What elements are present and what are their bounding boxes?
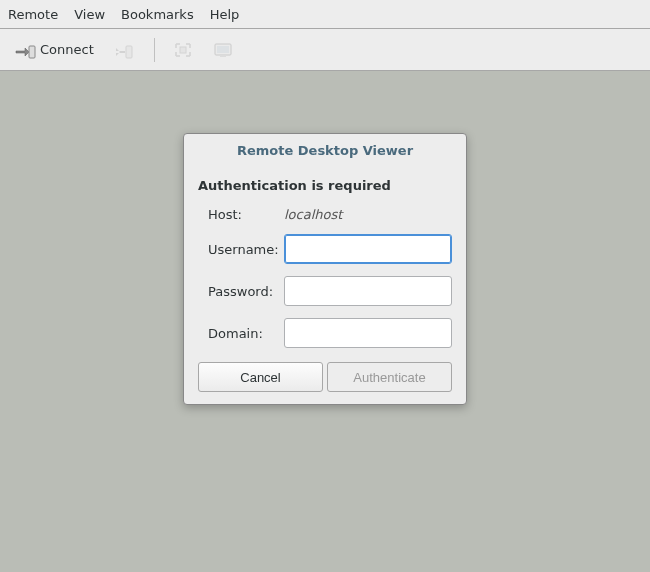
auth-dialog: Remote Desktop Viewer Authentication is … — [183, 133, 467, 405]
app-window: Remote View Bookmarks Help Connect — [0, 0, 650, 572]
disconnect-button — [108, 37, 142, 63]
svg-rect-0 — [29, 46, 35, 58]
toolbar: Connect — [0, 29, 650, 71]
authenticate-button[interactable]: Authenticate — [327, 362, 452, 392]
menu-view[interactable]: View — [74, 7, 105, 22]
connect-button-label: Connect — [40, 42, 94, 57]
username-label: Username: — [198, 242, 274, 257]
dialog-heading: Authentication is required — [198, 172, 452, 207]
toolbar-separator-1 — [154, 38, 155, 62]
screenshot-button — [207, 37, 239, 63]
dialog-title: Remote Desktop Viewer — [184, 134, 466, 166]
domain-field[interactable] — [284, 318, 452, 348]
svg-rect-2 — [180, 47, 186, 53]
fullscreen-button — [167, 37, 199, 63]
menu-help[interactable]: Help — [210, 7, 240, 22]
screenshot-icon — [213, 41, 233, 59]
menu-bookmarks[interactable]: Bookmarks — [121, 7, 194, 22]
menubar: Remote View Bookmarks Help — [0, 0, 650, 29]
connect-button[interactable]: Connect — [8, 37, 100, 63]
fullscreen-icon — [173, 41, 193, 59]
svg-rect-1 — [126, 46, 132, 58]
menu-remote[interactable]: Remote — [8, 7, 58, 22]
host-value: localhost — [284, 207, 452, 222]
host-label: Host: — [198, 207, 274, 222]
domain-label: Domain: — [198, 326, 274, 341]
svg-rect-5 — [220, 55, 226, 57]
password-field[interactable] — [284, 276, 452, 306]
disconnect-icon — [114, 41, 136, 59]
cancel-button[interactable]: Cancel — [198, 362, 323, 392]
password-label: Password: — [198, 284, 274, 299]
username-field[interactable] — [284, 234, 452, 264]
svg-rect-4 — [217, 46, 229, 53]
connect-icon — [14, 41, 36, 59]
